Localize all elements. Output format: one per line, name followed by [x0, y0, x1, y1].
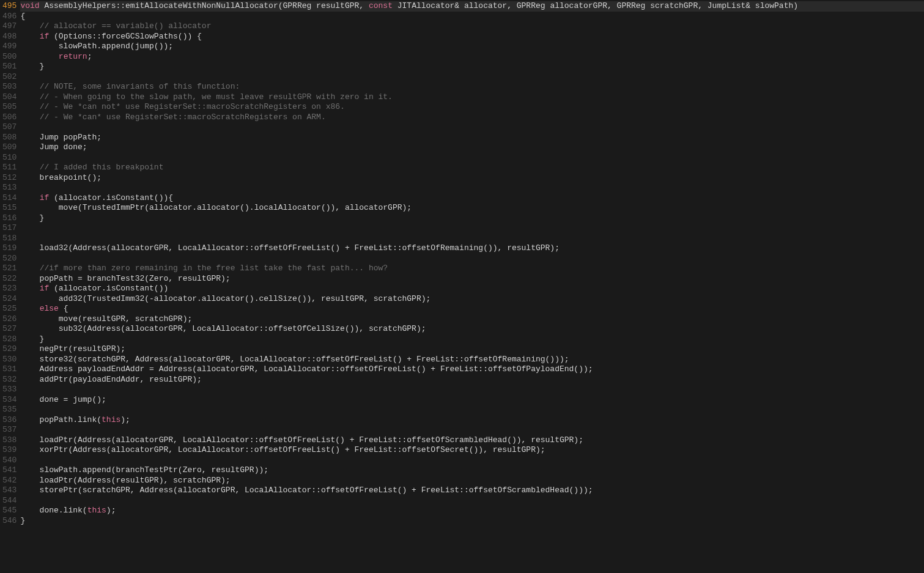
line-number: 521 — [2, 264, 17, 274]
code-line[interactable]: negPtr(resultGPR); — [20, 344, 924, 355]
code-line[interactable] — [20, 223, 924, 234]
line-number: 536 — [2, 415, 17, 426]
code-editor-view[interactable]: 4954964974984995005015025035045055065075… — [0, 0, 924, 527]
code-line[interactable] — [20, 234, 924, 244]
line-number: 509 — [2, 142, 17, 153]
line-number: 526 — [2, 314, 17, 325]
code-line[interactable]: } — [20, 213, 924, 224]
line-number: 501 — [2, 62, 17, 72]
line-number: 512 — [2, 173, 17, 183]
line-number: 534 — [2, 395, 17, 405]
line-number: 527 — [2, 324, 17, 335]
code-line[interactable] — [20, 425, 924, 435]
line-number: 518 — [2, 234, 17, 244]
code-line[interactable]: } — [20, 335, 924, 345]
code-line[interactable]: addPtr(payloadEndAddr, resultGPR); — [20, 375, 924, 385]
code-line[interactable]: Jump popPath; — [20, 133, 924, 143]
code-line[interactable]: return; — [20, 52, 924, 62]
line-number: 530 — [2, 355, 17, 365]
line-number: 515 — [2, 203, 17, 213]
code-line[interactable]: add32(TrustedImm32(-allocator.allocator(… — [20, 294, 924, 305]
line-number: 544 — [2, 496, 17, 506]
line-number: 528 — [2, 335, 17, 345]
code-line[interactable]: popPath = branchTest32(Zero, resultGPR); — [20, 274, 924, 284]
line-number: 520 — [2, 254, 17, 264]
line-number: 519 — [2, 243, 17, 254]
line-number: 535 — [2, 405, 17, 415]
line-number: 522 — [2, 274, 17, 284]
line-number: 543 — [2, 486, 17, 496]
code-line[interactable]: storePtr(scratchGPR, Address(allocatorGP… — [20, 486, 924, 496]
code-line[interactable] — [20, 405, 924, 415]
code-line[interactable] — [20, 456, 924, 466]
line-number: 500 — [2, 52, 17, 62]
code-line[interactable]: if (allocator.isConstant()) — [20, 284, 924, 294]
code-line[interactable]: sub32(Address(allocatorGPR, LocalAllocat… — [20, 324, 924, 335]
line-number: 538 — [2, 435, 17, 446]
code-line[interactable]: //if more than zero remaining in the fre… — [20, 264, 924, 274]
code-line[interactable] — [20, 72, 924, 83]
code-line[interactable]: if (allocator.isConstant()){ — [20, 193, 924, 204]
code-line[interactable] — [20, 385, 924, 395]
line-number: 507 — [2, 122, 17, 133]
code-line[interactable]: // - When going to the slow path, we mus… — [20, 92, 924, 103]
code-line[interactable]: // - We *can not* use RegisterSet::macro… — [20, 102, 924, 113]
code-line[interactable]: // - We *can* use RegisterSet::macroScra… — [20, 113, 924, 123]
code-line[interactable] — [20, 254, 924, 264]
code-line[interactable] — [20, 153, 924, 163]
line-number: 504 — [2, 92, 17, 103]
code-line[interactable]: popPath.link(this); — [20, 415, 924, 426]
code-line[interactable]: move(resultGPR, scratchGPR); — [20, 314, 924, 325]
code-line[interactable]: Jump done; — [20, 142, 924, 153]
line-number: 529 — [2, 344, 17, 355]
code-line[interactable]: } — [20, 62, 924, 72]
code-line[interactable]: // allocator == variable() allocator — [20, 21, 924, 32]
code-line[interactable] — [20, 183, 924, 193]
line-number: 531 — [2, 364, 17, 375]
code-line[interactable]: slowPath.append(jump()); — [20, 42, 924, 52]
line-number: 502 — [2, 72, 17, 83]
line-number: 498 — [2, 32, 17, 42]
code-line[interactable]: load32(Address(allocatorGPR, LocalAlloca… — [20, 243, 924, 254]
line-number: 505 — [2, 102, 17, 113]
code-line[interactable]: store32(scratchGPR, Address(allocatorGPR… — [20, 355, 924, 365]
code-line[interactable]: breakpoint(); — [20, 173, 924, 183]
line-number: 545 — [2, 506, 17, 516]
code-line[interactable]: } — [20, 516, 924, 527]
line-number: 524 — [2, 294, 17, 305]
code-line[interactable]: if (Options::forceGCSlowPaths()) { — [20, 32, 924, 42]
line-number: 497 — [2, 21, 17, 32]
code-line[interactable]: // NOTE, some invariants of this functio… — [20, 82, 924, 92]
line-number: 508 — [2, 133, 17, 143]
code-line[interactable] — [20, 122, 924, 133]
code-line[interactable]: Address payloadEndAddr = Address(allocat… — [20, 364, 924, 375]
code-line[interactable]: loadPtr(Address(resultGPR), scratchGPR); — [20, 476, 924, 486]
code-content[interactable]: void AssemblyHelpers::emitAllocateWithNo… — [20, 0, 924, 527]
line-number: 495 — [2, 1, 17, 12]
code-line[interactable]: slowPath.append(branchTestPtr(Zero, resu… — [20, 465, 924, 476]
line-number: 496 — [2, 12, 17, 22]
line-number: 523 — [2, 284, 17, 294]
line-number: 506 — [2, 113, 17, 123]
line-number: 499 — [2, 42, 17, 52]
code-line[interactable] — [20, 496, 924, 506]
line-number: 510 — [2, 153, 17, 163]
line-number: 525 — [2, 304, 17, 314]
line-number-gutter: 4954964974984995005015025035045055065075… — [0, 0, 20, 527]
code-line[interactable]: // I added this breakpoint — [20, 163, 924, 173]
code-line[interactable]: { — [20, 12, 924, 22]
line-number: 513 — [2, 183, 17, 193]
code-line[interactable]: else { — [20, 304, 924, 314]
code-line[interactable]: done = jump(); — [20, 395, 924, 405]
line-number: 532 — [2, 375, 17, 385]
line-number: 542 — [2, 476, 17, 486]
code-line[interactable]: void AssemblyHelpers::emitAllocateWithNo… — [20, 1, 924, 12]
code-line[interactable]: move(TrustedImmPtr(allocator.allocator()… — [20, 203, 924, 213]
code-line[interactable]: done.link(this); — [20, 506, 924, 516]
line-number: 541 — [2, 465, 17, 476]
line-number: 517 — [2, 223, 17, 234]
line-number: 533 — [2, 385, 17, 395]
code-line[interactable]: xorPtr(Address(allocatorGPR, LocalAlloca… — [20, 445, 924, 456]
code-line[interactable]: loadPtr(Address(allocatorGPR, LocalAlloc… — [20, 435, 924, 446]
line-number: 539 — [2, 445, 17, 456]
